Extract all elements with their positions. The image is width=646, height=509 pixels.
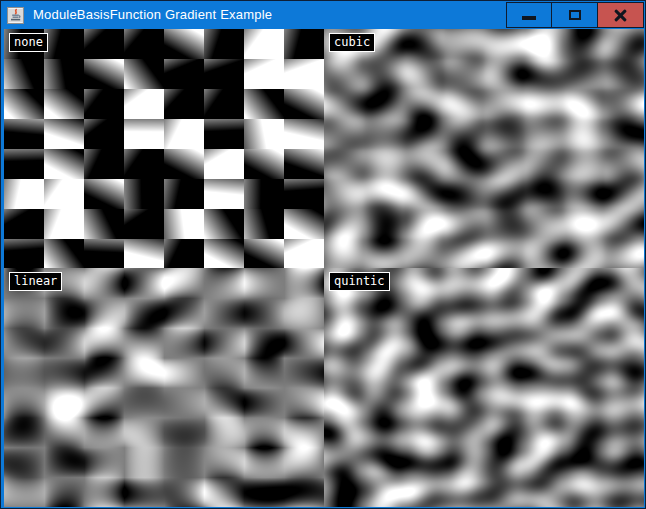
panel-label-linear: linear: [9, 272, 62, 291]
maximize-icon: [569, 10, 581, 20]
noise-canvas-cubic: [324, 29, 644, 268]
minimize-button[interactable]: [506, 2, 552, 28]
titlebar[interactable]: ModuleBasisFunction Gradient Example: [1, 1, 645, 28]
noise-canvas-linear: [4, 268, 324, 507]
java-coffee-cup-icon: [7, 7, 24, 24]
maximize-button[interactable]: [552, 2, 598, 28]
minimize-icon: [522, 16, 536, 20]
window-title: ModuleBasisFunction Gradient Example: [33, 7, 272, 22]
noise-panels-grid: none cubic linear quintic: [4, 29, 644, 507]
close-button[interactable]: [598, 2, 644, 28]
panel-label-quintic: quintic: [329, 272, 390, 291]
panel-cubic: cubic: [324, 29, 644, 268]
noise-canvas-none: [4, 29, 324, 268]
panel-label-cubic: cubic: [329, 33, 375, 52]
noise-canvas-quintic: [324, 268, 644, 507]
app-window: ModuleBasisFunction Gradient Example non…: [0, 0, 646, 509]
panel-label-none: none: [9, 33, 48, 52]
window-controls: [506, 2, 644, 28]
close-icon: [614, 9, 627, 22]
panel-none: none: [4, 29, 324, 268]
panel-linear: linear: [4, 268, 324, 507]
panel-quintic: quintic: [324, 268, 644, 507]
